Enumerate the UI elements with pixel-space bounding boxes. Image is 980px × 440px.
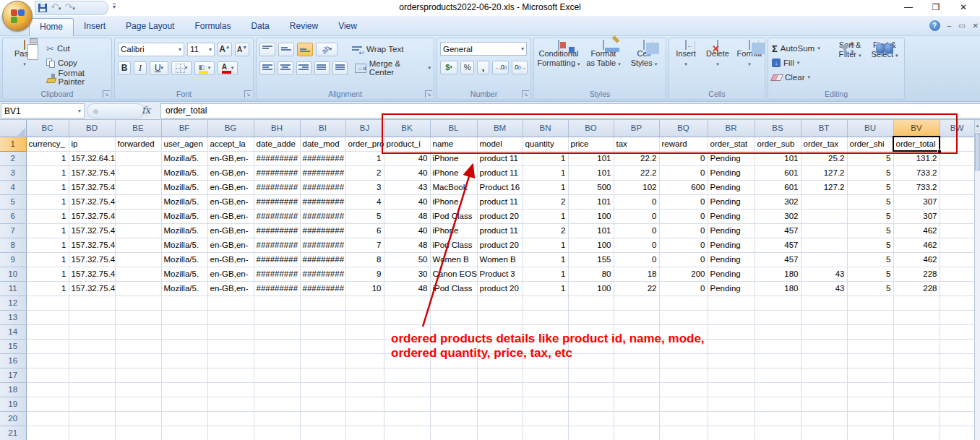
- tab-formulas[interactable]: Formulas: [184, 18, 241, 36]
- cell-BK11[interactable]: 48: [384, 281, 430, 296]
- cell-BN13[interactable]: [523, 310, 568, 324]
- workbook-close-icon[interactable]: ✕: [973, 22, 979, 30]
- cell-BC16[interactable]: [26, 353, 69, 368]
- cell-BC7[interactable]: 1: [26, 223, 69, 238]
- cell-BL11[interactable]: iPod Class: [430, 281, 477, 296]
- column-header-BM[interactable]: BM: [477, 120, 523, 137]
- cell-BO5[interactable]: 101: [568, 194, 614, 209]
- cell-BL3[interactable]: iPhone: [430, 165, 477, 180]
- cell-BU8[interactable]: 5: [847, 238, 893, 252]
- cell-BC20[interactable]: [26, 411, 69, 426]
- close-button[interactable]: ✕: [950, 0, 977, 16]
- cell-BQ19[interactable]: [659, 397, 708, 411]
- cell-BQ12[interactable]: [659, 296, 708, 310]
- align-right-button[interactable]: [296, 61, 311, 75]
- cell-BO11[interactable]: 100: [568, 281, 614, 296]
- cell-BU21[interactable]: [847, 426, 893, 440]
- cell-BE8[interactable]: [115, 238, 161, 252]
- cell-BS14[interactable]: [755, 324, 801, 339]
- cell-BI17[interactable]: [300, 368, 345, 382]
- cell-BJ13[interactable]: [345, 310, 384, 324]
- cell-BM1[interactable]: model: [477, 137, 523, 151]
- cell-BQ7[interactable]: 0: [659, 223, 708, 238]
- cell-BU12[interactable]: [847, 296, 893, 310]
- cell-BR6[interactable]: Pending: [708, 209, 755, 223]
- cell-BH6[interactable]: #########: [254, 209, 300, 223]
- column-header-BL[interactable]: BL: [430, 120, 477, 137]
- cell-BU15[interactable]: [847, 339, 893, 353]
- cell-BS15[interactable]: [755, 339, 801, 353]
- font-color-button[interactable]: A▾: [218, 61, 238, 75]
- cell-BF18[interactable]: [161, 382, 207, 397]
- cell-BP3[interactable]: 22.2: [614, 165, 659, 180]
- office-button[interactable]: [2, 1, 33, 31]
- cell-BN11[interactable]: 1: [523, 281, 568, 296]
- bold-button[interactable]: B: [118, 61, 131, 75]
- cell-BE7[interactable]: [115, 223, 161, 238]
- cell-BC19[interactable]: [26, 397, 69, 411]
- cell-BP8[interactable]: 0: [614, 238, 659, 252]
- cell-BE18[interactable]: [115, 382, 161, 397]
- cell-BG11[interactable]: en-GB,en-: [207, 281, 254, 296]
- cell-BO21[interactable]: [568, 426, 614, 440]
- cell-BC12[interactable]: [26, 296, 69, 310]
- sort-filter-button[interactable]: AZ Sort &Filter ▾: [833, 40, 867, 88]
- cell-BE1[interactable]: forwarded: [115, 137, 161, 151]
- cell-BV14[interactable]: [893, 324, 940, 339]
- column-header-BQ[interactable]: BQ: [659, 120, 708, 137]
- cell-BU16[interactable]: [847, 353, 893, 368]
- cell-BV18[interactable]: [893, 382, 940, 397]
- cell-BR2[interactable]: Pending: [708, 151, 755, 165]
- cell-BN7[interactable]: 2: [523, 223, 568, 238]
- cell-BL5[interactable]: iPhone: [430, 194, 477, 209]
- cell-BS13[interactable]: [755, 310, 801, 324]
- cell-BD10[interactable]: 157.32.75.42: [69, 267, 115, 281]
- cell-BO20[interactable]: [568, 411, 614, 426]
- cell-BS10[interactable]: 180: [755, 267, 801, 281]
- cell-styles-button[interactable]: CellStyles ▾: [625, 40, 663, 88]
- row-header-6[interactable]: 6: [0, 209, 26, 223]
- cell-BJ14[interactable]: [345, 324, 384, 339]
- cell-BN6[interactable]: 1: [523, 209, 568, 223]
- cell-BR13[interactable]: [708, 310, 755, 324]
- cell-BT12[interactable]: [801, 296, 847, 310]
- number-format-select[interactable]: General▾: [440, 42, 527, 56]
- cell-BL2[interactable]: iPhone: [430, 151, 477, 165]
- cell-BG12[interactable]: [207, 296, 254, 310]
- cell-BO3[interactable]: 101: [568, 165, 614, 180]
- cell-BD3[interactable]: 157.32.75.42: [69, 165, 115, 180]
- insert-cells-button[interactable]: Insert▾: [671, 40, 701, 88]
- cell-BS20[interactable]: [755, 411, 801, 426]
- tab-home[interactable]: Home: [29, 18, 74, 36]
- cell-BI20[interactable]: [300, 411, 345, 426]
- cell-BD17[interactable]: [69, 368, 115, 382]
- cell-BE20[interactable]: [115, 411, 161, 426]
- tab-view[interactable]: View: [328, 18, 367, 36]
- cell-BC21[interactable]: [26, 426, 69, 440]
- cell-BR9[interactable]: Pending: [708, 252, 755, 267]
- align-left-button[interactable]: [259, 61, 275, 75]
- cell-BV2[interactable]: 131.2: [893, 151, 940, 165]
- cell-BQ6[interactable]: 0: [659, 209, 708, 223]
- workbook-restore-icon[interactable]: ▭: [958, 22, 965, 30]
- grow-font-button[interactable]: A▲: [218, 43, 232, 56]
- cell-BR8[interactable]: Pending: [708, 238, 755, 252]
- cell-BC5[interactable]: 1: [26, 194, 69, 209]
- cell-BI6[interactable]: #########: [300, 209, 345, 223]
- cell-BJ19[interactable]: [345, 397, 384, 411]
- cell-BH1[interactable]: date_adde: [254, 137, 300, 151]
- column-header-BG[interactable]: BG: [207, 120, 254, 137]
- cell-BF5[interactable]: Mozilla/5.: [161, 194, 207, 209]
- cell-BC8[interactable]: 1: [26, 238, 69, 252]
- tab-page-layout[interactable]: Page Layout: [116, 18, 184, 36]
- cell-BP2[interactable]: 22.2: [614, 151, 659, 165]
- cell-BV1[interactable]: order_total: [893, 137, 940, 151]
- cell-BE9[interactable]: [115, 252, 161, 267]
- cell-BI10[interactable]: #########: [300, 267, 345, 281]
- cell-BS11[interactable]: 180: [755, 281, 801, 296]
- cell-BU3[interactable]: 5: [847, 165, 893, 180]
- cell-BM12[interactable]: [477, 296, 523, 310]
- fill-handle[interactable]: [937, 150, 941, 153]
- cell-BQ17[interactable]: [659, 368, 708, 382]
- copy-button[interactable]: Copy: [46, 56, 111, 70]
